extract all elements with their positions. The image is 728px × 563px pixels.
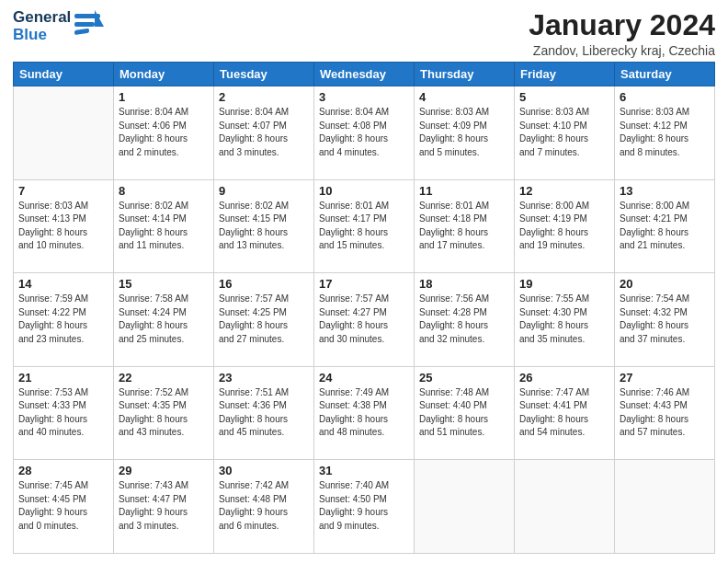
day-info: Sunrise: 8:01 AMSunset: 4:18 PMDaylight:… bbox=[419, 200, 509, 253]
calendar-cell: 24Sunrise: 7:49 AMSunset: 4:38 PMDayligh… bbox=[314, 366, 415, 460]
page: General Blue January 2024 Zandov, Libere… bbox=[0, 0, 728, 563]
day-info: Sunrise: 8:04 AMSunset: 4:07 PMDaylight:… bbox=[219, 106, 309, 159]
calendar-cell: 9Sunrise: 8:02 AMSunset: 4:15 PMDaylight… bbox=[214, 179, 314, 273]
day-number: 23 bbox=[219, 371, 309, 385]
day-info: Sunrise: 7:45 AMSunset: 4:45 PMDaylight:… bbox=[18, 479, 108, 533]
day-number: 13 bbox=[620, 184, 710, 198]
month-title: January 2024 bbox=[529, 9, 715, 41]
calendar-cell: 27Sunrise: 7:46 AMSunset: 4:43 PMDayligh… bbox=[615, 366, 715, 460]
day-number: 10 bbox=[319, 184, 409, 198]
day-number: 14 bbox=[18, 277, 108, 291]
calendar-cell: 17Sunrise: 7:57 AMSunset: 4:27 PMDayligh… bbox=[314, 273, 415, 367]
col-saturday: Saturday bbox=[615, 63, 715, 86]
day-info: Sunrise: 7:56 AMSunset: 4:28 PMDaylight:… bbox=[419, 293, 509, 346]
day-number: 26 bbox=[519, 371, 609, 385]
day-info: Sunrise: 7:59 AMSunset: 4:22 PMDaylight:… bbox=[18, 293, 108, 346]
day-number: 1 bbox=[119, 90, 209, 104]
svg-marker-3 bbox=[95, 10, 104, 27]
day-info: Sunrise: 8:03 AMSunset: 4:12 PMDaylight:… bbox=[620, 106, 710, 159]
day-number: 6 bbox=[620, 90, 710, 104]
day-info: Sunrise: 7:48 AMSunset: 4:40 PMDaylight:… bbox=[419, 386, 509, 440]
day-info: Sunrise: 8:02 AMSunset: 4:15 PMDaylight:… bbox=[219, 200, 309, 253]
day-info: Sunrise: 7:57 AMSunset: 4:27 PMDaylight:… bbox=[319, 293, 409, 346]
calendar-cell: 4Sunrise: 8:03 AMSunset: 4:09 PMDaylight… bbox=[415, 86, 515, 180]
col-thursday: Thursday bbox=[415, 63, 515, 86]
header: General Blue January 2024 Zandov, Libere… bbox=[13, 9, 715, 58]
logo-text-general: General bbox=[13, 9, 71, 27]
col-tuesday: Tuesday bbox=[214, 63, 314, 86]
col-friday: Friday bbox=[515, 63, 615, 86]
subtitle: Zandov, Liberecky kraj, Czechia bbox=[529, 43, 715, 58]
calendar-header-row: Sunday Monday Tuesday Wednesday Thursday… bbox=[14, 63, 715, 86]
calendar-week-row: 14Sunrise: 7:59 AMSunset: 4:22 PMDayligh… bbox=[14, 273, 715, 367]
day-number: 2 bbox=[219, 90, 309, 104]
svg-rect-2 bbox=[74, 28, 89, 34]
day-info: Sunrise: 8:04 AMSunset: 4:06 PMDaylight:… bbox=[119, 106, 209, 159]
day-number: 27 bbox=[620, 371, 710, 385]
day-number: 25 bbox=[419, 371, 509, 385]
day-info: Sunrise: 7:47 AMSunset: 4:41 PMDaylight:… bbox=[519, 386, 609, 440]
day-info: Sunrise: 8:00 AMSunset: 4:19 PMDaylight:… bbox=[519, 200, 609, 253]
day-number: 11 bbox=[419, 184, 509, 198]
calendar-cell: 21Sunrise: 7:53 AMSunset: 4:33 PMDayligh… bbox=[14, 366, 114, 460]
calendar-cell: 25Sunrise: 7:48 AMSunset: 4:40 PMDayligh… bbox=[415, 366, 515, 460]
day-number: 3 bbox=[319, 90, 409, 104]
day-number: 9 bbox=[219, 184, 309, 198]
day-info: Sunrise: 8:04 AMSunset: 4:08 PMDaylight:… bbox=[319, 106, 409, 159]
day-number: 8 bbox=[119, 184, 209, 198]
day-info: Sunrise: 8:03 AMSunset: 4:10 PMDaylight:… bbox=[519, 106, 609, 159]
day-number: 7 bbox=[18, 184, 108, 198]
day-number: 5 bbox=[519, 90, 609, 104]
calendar-cell bbox=[615, 460, 715, 554]
day-info: Sunrise: 7:42 AMSunset: 4:48 PMDaylight:… bbox=[219, 479, 309, 533]
calendar-cell: 28Sunrise: 7:45 AMSunset: 4:45 PMDayligh… bbox=[14, 460, 114, 554]
day-number: 31 bbox=[319, 464, 409, 477]
col-wednesday: Wednesday bbox=[314, 63, 415, 86]
day-info: Sunrise: 7:54 AMSunset: 4:32 PMDaylight:… bbox=[620, 293, 710, 346]
day-number: 30 bbox=[219, 464, 309, 477]
day-info: Sunrise: 7:52 AMSunset: 4:35 PMDaylight:… bbox=[119, 386, 209, 440]
day-number: 17 bbox=[319, 277, 409, 291]
col-sunday: Sunday bbox=[14, 63, 114, 86]
calendar-cell: 12Sunrise: 8:00 AMSunset: 4:19 PMDayligh… bbox=[515, 179, 615, 273]
calendar-cell: 8Sunrise: 8:02 AMSunset: 4:14 PMDaylight… bbox=[114, 179, 214, 273]
calendar-cell: 19Sunrise: 7:55 AMSunset: 4:30 PMDayligh… bbox=[515, 273, 615, 367]
calendar-cell: 30Sunrise: 7:42 AMSunset: 4:48 PMDayligh… bbox=[214, 460, 314, 554]
day-info: Sunrise: 8:01 AMSunset: 4:17 PMDaylight:… bbox=[319, 200, 409, 253]
day-number: 4 bbox=[419, 90, 509, 104]
calendar-cell: 7Sunrise: 8:03 AMSunset: 4:13 PMDaylight… bbox=[14, 179, 114, 273]
calendar-cell: 23Sunrise: 7:51 AMSunset: 4:36 PMDayligh… bbox=[214, 366, 314, 460]
calendar-cell: 11Sunrise: 8:01 AMSunset: 4:18 PMDayligh… bbox=[415, 179, 515, 273]
day-number: 21 bbox=[18, 371, 108, 385]
day-info: Sunrise: 7:43 AMSunset: 4:47 PMDaylight:… bbox=[119, 479, 209, 533]
calendar-cell: 16Sunrise: 7:57 AMSunset: 4:25 PMDayligh… bbox=[214, 273, 314, 367]
day-info: Sunrise: 7:57 AMSunset: 4:25 PMDaylight:… bbox=[219, 293, 309, 346]
day-info: Sunrise: 8:00 AMSunset: 4:21 PMDaylight:… bbox=[620, 200, 710, 253]
calendar-week-row: 28Sunrise: 7:45 AMSunset: 4:45 PMDayligh… bbox=[14, 460, 715, 554]
calendar-cell: 18Sunrise: 7:56 AMSunset: 4:28 PMDayligh… bbox=[415, 273, 515, 367]
calendar-cell: 3Sunrise: 8:04 AMSunset: 4:08 PMDaylight… bbox=[314, 86, 415, 180]
calendar-cell bbox=[14, 86, 114, 180]
day-info: Sunrise: 7:40 AMSunset: 4:50 PMDaylight:… bbox=[319, 479, 409, 533]
calendar-cell: 29Sunrise: 7:43 AMSunset: 4:47 PMDayligh… bbox=[114, 460, 214, 554]
day-number: 16 bbox=[219, 277, 309, 291]
day-info: Sunrise: 7:58 AMSunset: 4:24 PMDaylight:… bbox=[119, 293, 209, 346]
day-info: Sunrise: 7:53 AMSunset: 4:33 PMDaylight:… bbox=[18, 386, 108, 440]
day-info: Sunrise: 8:03 AMSunset: 4:13 PMDaylight:… bbox=[18, 200, 108, 253]
day-info: Sunrise: 8:03 AMSunset: 4:09 PMDaylight:… bbox=[419, 106, 509, 159]
day-info: Sunrise: 7:49 AMSunset: 4:38 PMDaylight:… bbox=[319, 386, 409, 440]
calendar-cell: 20Sunrise: 7:54 AMSunset: 4:32 PMDayligh… bbox=[615, 273, 715, 367]
day-number: 24 bbox=[319, 371, 409, 385]
calendar-cell: 14Sunrise: 7:59 AMSunset: 4:22 PMDayligh… bbox=[14, 273, 114, 367]
day-number: 20 bbox=[620, 277, 710, 291]
day-number: 15 bbox=[119, 277, 209, 291]
day-info: Sunrise: 8:02 AMSunset: 4:14 PMDaylight:… bbox=[119, 200, 209, 253]
calendar-cell: 2Sunrise: 8:04 AMSunset: 4:07 PMDaylight… bbox=[214, 86, 314, 180]
calendar-cell: 22Sunrise: 7:52 AMSunset: 4:35 PMDayligh… bbox=[114, 366, 214, 460]
day-number: 12 bbox=[519, 184, 609, 198]
calendar-week-row: 7Sunrise: 8:03 AMSunset: 4:13 PMDaylight… bbox=[14, 179, 715, 273]
day-number: 19 bbox=[519, 277, 609, 291]
calendar-cell: 13Sunrise: 8:00 AMSunset: 4:21 PMDayligh… bbox=[615, 179, 715, 273]
calendar-cell: 26Sunrise: 7:47 AMSunset: 4:41 PMDayligh… bbox=[515, 366, 615, 460]
calendar-table: Sunday Monday Tuesday Wednesday Thursday… bbox=[13, 62, 715, 554]
